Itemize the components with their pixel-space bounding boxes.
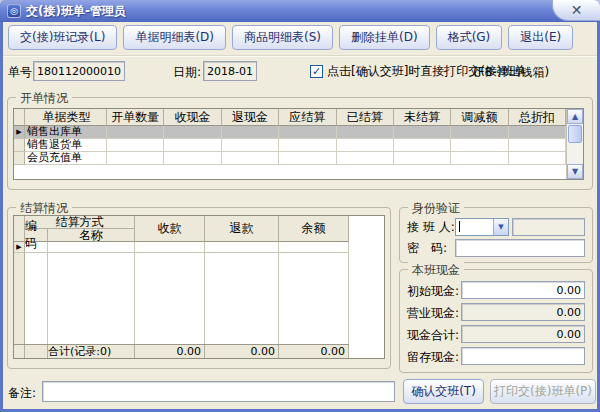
business-cash-label: 营业现金:	[407, 305, 459, 322]
date-field[interactable]	[203, 61, 257, 81]
billing-grid-empty-area	[14, 165, 566, 179]
cash-group-title: 本班现金	[408, 262, 464, 279]
col-bill-count: 开单数量	[107, 109, 164, 126]
identity-group-title: 身份验证	[408, 200, 464, 217]
shift-records-button[interactable]: 交(接)班记录(L)	[8, 25, 117, 50]
window-title: 交(接)班单-管理员	[26, 3, 126, 20]
col-balance: 余额	[279, 216, 349, 242]
text-caret	[459, 221, 460, 232]
cash-total-field[interactable]	[461, 325, 585, 343]
bill-type-cell: 销售出库单	[25, 126, 107, 139]
billing-grid-header: 单据类型 开单数量 收现金 退现金 应结算 已结算 未结算 调减额 总折扣	[14, 109, 566, 126]
shift-handover-window: ◎ 交(接)班单-管理员 ✕ 交(接)班记录(L) 单据明细表(D) 商品明细表…	[0, 0, 600, 412]
toolbar-separator	[3, 55, 597, 57]
retained-cash-field[interactable]	[461, 347, 585, 365]
client-area: 交(接)班记录(L) 单据明细表(D) 商品明细表(S) 删除挂单(D) 格式(…	[3, 22, 597, 409]
settlement-grid-header: 结算方式 编码 名称 收款 退款 余额	[14, 216, 349, 242]
scroll-down-icon[interactable]: ▼	[567, 164, 583, 179]
format-button[interactable]: 格式(G)	[436, 25, 503, 50]
successor-name-field[interactable]	[512, 218, 585, 236]
billing-grid-scrollbar[interactable]: ▲ ▼	[566, 109, 583, 179]
header-marker-cell	[14, 109, 25, 126]
password-label: 密 码:	[407, 240, 447, 257]
delete-pending-button[interactable]: 删除挂单(D)	[339, 25, 430, 50]
initial-cash-label: 初始现金:	[407, 283, 459, 300]
billing-group-title: 开单情况	[16, 90, 72, 107]
bill-no-field[interactable]	[33, 61, 125, 81]
exit-button[interactable]: 退出(E)	[508, 25, 573, 50]
settlement-grid: 结算方式 编码 名称 收款 退款 余额 ▶	[13, 215, 385, 359]
total-refunded: 0.00	[205, 345, 279, 358]
col-unsettled: 未结算	[394, 109, 451, 126]
remark-input[interactable]	[42, 381, 395, 402]
successor-combobox[interactable]: ▼	[455, 218, 509, 236]
date-label: 日期:	[173, 64, 201, 81]
col-settled: 已结算	[337, 109, 394, 126]
settlement-total-row: 合计(记录:0) 0.00 0.00 0.00	[14, 344, 349, 358]
product-detail-button[interactable]: 商品明细表(S)	[232, 25, 333, 50]
successor-label: 接 班 人:	[407, 219, 455, 236]
total-received: 0.00	[135, 345, 205, 358]
col-bill-type: 单据类型	[25, 109, 107, 126]
checkbox-check-icon: ✓	[310, 65, 323, 78]
header-field-row: 单号: 日期: ✓ 点击[确认交班]时直接打印交(接)班单 (F8-弹出钱箱)	[3, 60, 597, 84]
cash-total-label: 现金合计:	[407, 327, 459, 344]
record-marker-icon: ▶	[16, 126, 21, 138]
toolbar: 交(接)班记录(L) 单据明细表(D) 商品明细表(S) 删除挂单(D) 格式(…	[8, 25, 573, 50]
record-marker-icon: ▶	[16, 243, 21, 251]
settlement-grid-empty-area	[14, 253, 349, 344]
col-code: 编码	[25, 229, 48, 242]
confirm-handover-button[interactable]: 确认交班(T)	[403, 379, 484, 404]
chevron-down-icon[interactable]: ▼	[493, 219, 508, 235]
bill-no-label: 单号:	[8, 64, 36, 81]
total-label: 合计(记录:0)	[48, 345, 135, 358]
table-row-sales-return[interactable]: 销售退货单	[14, 139, 566, 152]
header-marker-cell	[14, 216, 25, 242]
password-field[interactable]	[455, 239, 585, 257]
remark-label: 备注:	[8, 385, 36, 402]
table-row-member-recharge[interactable]: 会员充值单	[14, 152, 566, 165]
col-name: 名称	[48, 229, 135, 242]
titlebar: ◎ 交(接)班单-管理员 ✕	[0, 0, 600, 22]
business-cash-field[interactable]	[461, 303, 585, 321]
col-total-discount: 总折扣	[509, 109, 566, 126]
initial-cash-field[interactable]	[461, 281, 585, 299]
f8-hint-label: (F8-弹出钱箱)	[473, 64, 549, 81]
table-row-sales-outbound[interactable]: ▶ 销售出库单	[14, 126, 566, 139]
app-icon: ◎	[7, 4, 21, 18]
col-payable: 应结算	[279, 109, 336, 126]
footer-row: 备注: 确认交班(T) 打印交(接)班单(P)	[3, 379, 597, 406]
col-adjustment: 调减额	[451, 109, 508, 126]
retained-cash-label: 留存现金:	[407, 349, 459, 366]
billing-grid: 单据类型 开单数量 收现金 退现金 应结算 已结算 未结算 调减额 总折扣 ▶ …	[13, 108, 584, 180]
col-cash-received: 收现金	[164, 109, 221, 126]
col-cash-refunded: 退现金	[222, 109, 279, 126]
scroll-up-icon[interactable]: ▲	[567, 109, 583, 124]
scrollbar-track[interactable]	[567, 144, 583, 164]
col-refunded: 退款	[205, 216, 279, 242]
scrollbar-thumb[interactable]	[568, 125, 582, 143]
bill-type-cell: 会员充值单	[25, 152, 107, 165]
print-handover-button[interactable]: 打印交(接)班单(P)	[490, 379, 596, 404]
total-balance: 0.00	[279, 345, 349, 358]
bill-type-cell: 销售退货单	[25, 139, 107, 152]
close-icon[interactable]: ✕	[552, 0, 600, 21]
settlement-empty-row[interactable]: ▶	[14, 242, 349, 253]
col-received: 收款	[135, 216, 205, 242]
bill-detail-button[interactable]: 单据明细表(D)	[123, 25, 226, 50]
